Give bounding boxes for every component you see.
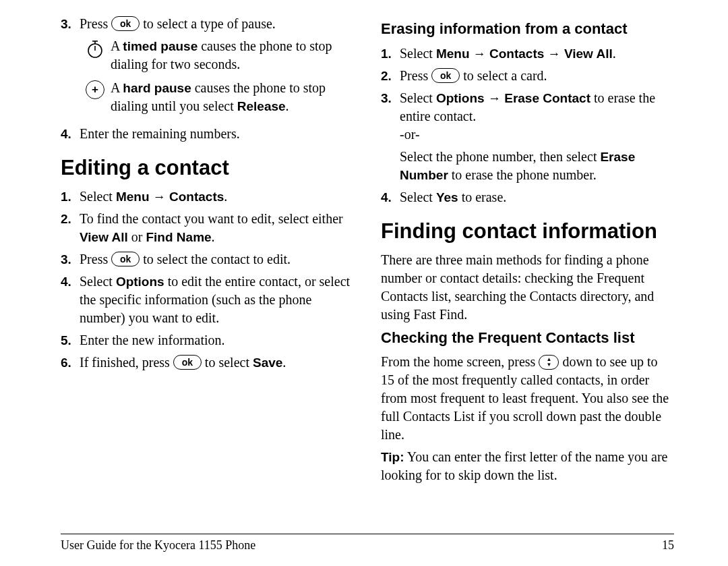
nav-updown-icon: [539, 355, 559, 370]
bold: Options → Erase Contact: [436, 91, 590, 105]
bold: timed pause: [123, 39, 198, 53]
step-number: 6.: [61, 353, 80, 372]
tip-label: Tip:: [381, 450, 404, 464]
step-number: 3.: [381, 89, 400, 184]
editing-steps: 1. Select Menu → Contacts. 2. To find th…: [61, 188, 354, 372]
hard-pause-icon: +: [80, 79, 111, 115]
edit-step-3: 3. Press ok to select the contact to edi…: [61, 250, 354, 268]
ok-icon: ok: [173, 355, 202, 370]
text: Press: [80, 16, 111, 31]
bold: Yes: [436, 190, 458, 204]
erase-step-2: 2. Press ok to select a card.: [381, 67, 674, 85]
text: Enter the remaining numbers.: [80, 125, 354, 143]
text: .: [212, 229, 215, 244]
text: Select: [80, 274, 116, 289]
footer-page-number: 15: [662, 538, 674, 553]
text: Select: [400, 90, 436, 105]
text: Press: [80, 252, 111, 266]
text: or: [128, 229, 146, 244]
hard-pause-item: + A hard pause causes the phone to stop …: [80, 79, 354, 115]
text: to select the contact to edit.: [140, 252, 291, 266]
bold: View All: [80, 230, 128, 244]
text: From the home screen, press: [381, 354, 539, 369]
text: .: [613, 46, 616, 61]
edit-step-6: 6. If finished, press ok to select Save.: [61, 353, 354, 372]
text: to select: [202, 355, 253, 370]
heading-erasing: Erasing information from a contact: [381, 19, 674, 39]
text: to select a type of pause.: [143, 16, 276, 31]
text: to select a card.: [460, 68, 547, 83]
timed-pause-item: A timed pause causes the phone to stop d…: [80, 37, 354, 74]
step-number: 3.: [61, 15, 80, 121]
step-number: 1.: [381, 45, 400, 63]
bold: Find Name: [146, 230, 211, 244]
step-3: 3. Press ok to select a type of pause. A…: [61, 15, 354, 121]
heading-editing-contact: Editing a contact: [61, 154, 354, 182]
ok-icon: ok: [111, 16, 140, 31]
pause-types-list: A timed pause causes the phone to stop d…: [80, 37, 354, 115]
text: .: [286, 98, 289, 113]
pause-steps-continued: 3. Press ok to select a type of pause. A…: [61, 15, 354, 143]
erase-step-4: 4. Select Yes to erase.: [381, 188, 674, 206]
step-number: 2.: [381, 67, 400, 85]
text: A: [111, 80, 123, 95]
step-number: 1.: [61, 188, 80, 206]
timed-pause-icon: [80, 37, 111, 74]
text: to erase.: [458, 190, 507, 204]
right-column: Erasing information from a contact 1. Se…: [381, 15, 674, 488]
heading-finding: Finding contact information: [381, 217, 674, 246]
text: .: [224, 189, 227, 204]
heading-checking: Checking the Frequent Contacts list: [381, 328, 674, 348]
edit-step-5: 5. Enter the new information.: [61, 331, 354, 349]
step-number: 4.: [61, 273, 80, 327]
text: to erase the phone number.: [448, 167, 597, 182]
text: Select: [400, 46, 436, 61]
edit-step-2: 2. To find the contact you want to edit,…: [61, 210, 354, 246]
footer-title: User Guide for the Kyocera 1155 Phone: [61, 538, 255, 553]
edit-step-4: 4. Select Options to edit the entire con…: [61, 273, 354, 327]
step-number: 4.: [381, 188, 400, 206]
tip-paragraph: Tip: You can enter the first letter of t…: [381, 448, 674, 484]
checking-paragraph: From the home screen, press down to see …: [381, 353, 674, 444]
text: You can enter the first letter of the na…: [381, 449, 667, 482]
text: To find the contact you want to edit, se…: [80, 211, 343, 226]
erase-step-1: 1. Select Menu → Contacts → View All.: [381, 45, 674, 63]
step-4: 4. Enter the remaining numbers.: [61, 125, 354, 143]
left-column: 3. Press ok to select a type of pause. A…: [61, 15, 354, 488]
step-number: 4.: [61, 125, 80, 143]
bold: Save: [253, 356, 282, 370]
or-divider: -or-: [400, 125, 674, 144]
bold: Menu → Contacts: [116, 190, 224, 204]
erasing-steps: 1. Select Menu → Contacts → View All. 2.…: [381, 45, 674, 206]
step-number: 2.: [61, 210, 80, 246]
erase-step-3: 3. Select Options → Erase Contact to era…: [381, 89, 674, 184]
text: Select: [400, 190, 436, 204]
bold: Menu → Contacts → View All: [436, 47, 613, 61]
text: Select: [80, 189, 116, 204]
text: If finished, press: [80, 355, 173, 370]
ok-icon: ok: [111, 252, 140, 266]
text: .: [282, 355, 286, 370]
step-number: 5.: [61, 331, 80, 349]
bold: hard pause: [123, 81, 191, 95]
text: Select the phone number, then select: [400, 149, 600, 164]
page-body: 3. Press ok to select a type of pause. A…: [0, 0, 728, 488]
finding-intro: There are three main methods for finding…: [381, 251, 674, 324]
ok-icon: ok: [431, 68, 460, 83]
step-number: 3.: [61, 250, 80, 268]
edit-step-1: 1. Select Menu → Contacts.: [61, 188, 354, 206]
text: Enter the new information.: [80, 331, 354, 349]
text: A: [111, 38, 123, 53]
bold: Release: [237, 99, 286, 113]
page-footer: User Guide for the Kyocera 1155 Phone 15: [61, 534, 674, 553]
bold: Options: [116, 275, 164, 289]
text: Press: [400, 68, 431, 83]
